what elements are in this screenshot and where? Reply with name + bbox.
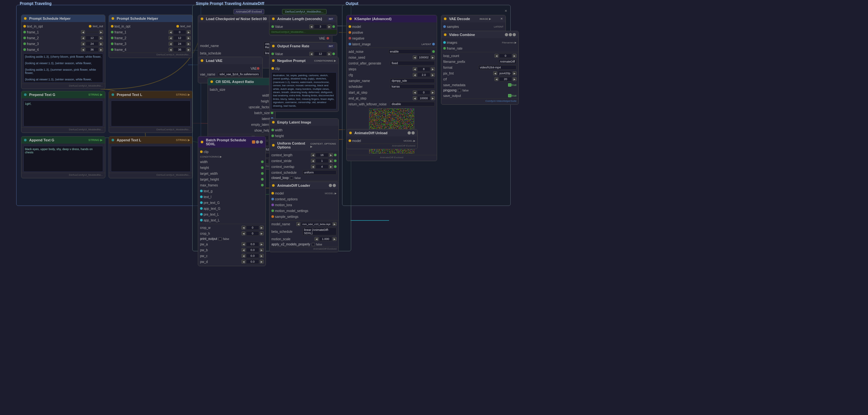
out-frame-close[interactable]: ✕	[504, 9, 507, 13]
psg-frame2-inc[interactable]: ▶	[99, 36, 103, 40]
batch-icon3[interactable]	[260, 140, 263, 143]
batch-pwd-dec[interactable]: ◀	[242, 260, 245, 264]
ofr-stepper[interactable]: ◀ 12 ▶	[309, 52, 331, 56]
vae-name-value[interactable]: sdxi_vae_fp16_fix.safetensors	[218, 72, 260, 76]
psl-frame1-inc[interactable]: ▶	[187, 30, 191, 34]
batch-icon1[interactable]	[252, 140, 255, 143]
vc-pf-dec[interactable]: ◀	[493, 71, 497, 75]
batch-cw-dec[interactable]: ◀	[242, 226, 245, 229]
al-inc[interactable]: ▶	[328, 25, 331, 29]
ks-control-value[interactable]: fixed	[390, 61, 435, 65]
psl-frame4-stepper[interactable]: ◀ 36 ▶	[168, 47, 191, 52]
append-g-text[interactable]: black eyes, upper body, shy, deep v dres…	[23, 146, 103, 172]
vc-save-meta-checkbox[interactable]	[508, 83, 512, 87]
adl-mn-inc[interactable]: ▶	[333, 222, 337, 226]
vc-lc-dec[interactable]: ◀	[494, 54, 498, 58]
adl-apply-v2-checkbox[interactable]	[312, 243, 315, 246]
psl-frame4-inc[interactable]: ▶	[187, 47, 191, 52]
ks-start-inc[interactable]: ▶	[431, 91, 435, 94]
uc-cl-inc[interactable]: ▶	[329, 153, 333, 157]
prepend-g-text[interactable]: 1girl,	[23, 100, 103, 126]
vd-close-btn[interactable]: ✕	[500, 17, 503, 21]
adu-icon1[interactable]	[408, 131, 411, 134]
uc-overlap-stepper[interactable]: ◀ 4 ▶	[311, 164, 333, 169]
psl-frame2-inc[interactable]: ▶	[187, 36, 191, 40]
batch-pwd-inc[interactable]: ▶	[260, 260, 264, 264]
psl-frame4-dec[interactable]: ◀	[168, 47, 173, 52]
batch-pw-a-stepper[interactable]: ◀ 0.0 ▶	[242, 242, 264, 247]
append-l-text[interactable]	[111, 146, 191, 172]
vc-lc-inc[interactable]: ▶	[513, 54, 517, 58]
adl-motion-scale-stepper[interactable]: ◀ 1.000 ▶	[314, 237, 337, 241]
psg-frame1-stepper[interactable]: ◀ ▶	[81, 30, 103, 34]
batch-pwb-dec[interactable]: ◀	[242, 248, 245, 252]
ks-cfg-dec[interactable]: ◀	[413, 73, 417, 77]
ks-start-dec[interactable]: ◀	[413, 91, 417, 94]
al-stepper[interactable]: ◀ 3 ▶	[309, 24, 331, 29]
ks-sampler-value[interactable]: dpmpp_sde	[390, 78, 435, 83]
batch-crop-h-stepper[interactable]: ◀ 0 ▶	[242, 231, 264, 236]
uc-stride-stepper[interactable]: ◀ 1 ▶	[311, 159, 333, 163]
psl-frame2-dec[interactable]: ◀	[168, 36, 173, 40]
ks-seed-dec[interactable]: ◀	[413, 56, 417, 59]
psl-frame1-dec[interactable]: ◀	[168, 30, 173, 34]
psl-frame3-inc[interactable]: ▶	[187, 42, 191, 46]
psl-frame1-stepper[interactable]: ◀ 0 ▶	[168, 30, 191, 34]
ks-steps-inc[interactable]: ▶	[431, 67, 435, 71]
ks-seed-stepper[interactable]: ◀ 100002 ▶	[413, 55, 435, 60]
uc-context-len-stepper[interactable]: ◀ 16 ▶	[311, 153, 333, 157]
vc-format-value[interactable]: video/h264-mp4	[478, 65, 517, 70]
adl-icon1[interactable]	[329, 184, 332, 187]
adl-beta-value[interactable]: linear (AnimateDiff-SDXL)	[303, 228, 337, 235]
vc-loop-count-stepper[interactable]: ◀ 0 ▶	[494, 54, 517, 58]
psl-frame3-dec[interactable]: ◀	[168, 42, 173, 46]
ks-return-value[interactable]: disable	[390, 102, 435, 106]
psg-frame4-stepper[interactable]: ◀ 36 ▶	[81, 47, 103, 52]
adl-ms-inc[interactable]: ▶	[333, 237, 337, 241]
ks-scheduler-value[interactable]: karras	[390, 84, 435, 89]
uc-schedule-value[interactable]: uniform	[303, 170, 337, 175]
batch-pwc-inc[interactable]: ▶	[260, 254, 264, 258]
ks-end-stepper[interactable]: ◀ 10000 ▶	[413, 96, 435, 100]
batch-pw-b-stepper[interactable]: ◀ 0.0 ▶	[242, 248, 264, 252]
batch-pw-c-stepper[interactable]: ◀ 0.0 ▶	[242, 254, 264, 258]
vc-pix-fmt-stepper[interactable]: ◀ yuv420p ▶	[493, 71, 517, 75]
batch-pwa-dec[interactable]: ◀	[242, 242, 245, 246]
psg-frame2-dec[interactable]: ◀	[81, 36, 85, 40]
prepend-l-text[interactable]	[111, 100, 191, 126]
psg-frame2-stepper[interactable]: ◀ 12 ▶	[81, 36, 103, 40]
psg-frame1-dec[interactable]: ◀	[81, 30, 85, 34]
ks-cfg-stepper[interactable]: ◀ 2.0 ▶	[413, 73, 435, 77]
vc-filename-value[interactable]: AnimateDiff	[498, 59, 517, 64]
uc-overlap-dec[interactable]: ◀	[311, 165, 315, 168]
batch-ch-inc[interactable]: ▶	[260, 231, 264, 235]
batch-icon2[interactable]	[256, 140, 259, 143]
psg-frame4-inc[interactable]: ▶	[99, 47, 103, 52]
psg-frame1-inc[interactable]: ▶	[99, 30, 103, 34]
ks-end-inc[interactable]: ▶	[431, 96, 435, 100]
vc-icon3[interactable]	[513, 33, 516, 36]
uc-cl-dec[interactable]: ◀	[311, 153, 315, 157]
ks-end-dec[interactable]: ◀	[413, 96, 417, 100]
ks-start-stepper[interactable]: ◀ 0 ▶	[413, 90, 435, 95]
psl-frame2-stepper[interactable]: ◀ 12 ▶	[168, 36, 191, 40]
uc-stride-dec[interactable]: ◀	[311, 159, 315, 163]
uc-stride-inc[interactable]: ▶	[329, 159, 333, 163]
ofr-inc[interactable]: ▶	[328, 52, 331, 56]
vc-crf-inc[interactable]: ▶	[513, 77, 517, 81]
ks-add-noise-value[interactable]: enable	[389, 49, 432, 54]
vc-pingpong-checkbox[interactable]	[458, 89, 461, 92]
vc-save-output-checkbox[interactable]	[508, 94, 512, 97]
adu-icon2[interactable]	[411, 131, 415, 134]
uc-overlap-inc[interactable]: ▶	[329, 165, 333, 168]
batch-crop-w-stepper[interactable]: ◀ 0 ▶	[242, 225, 264, 230]
vc-crf-stepper[interactable]: ◀ 20 ▶	[494, 77, 517, 82]
ks-seed-inc[interactable]: ▶	[431, 56, 435, 59]
psg-frame3-inc[interactable]: ▶	[99, 42, 103, 46]
ofr-dec[interactable]: ◀	[309, 52, 313, 56]
al-dec[interactable]: ◀	[309, 25, 313, 29]
adl-mn-dec[interactable]: ◀	[297, 222, 300, 226]
psl-frame3-stepper[interactable]: ◀ 24 ▶	[168, 41, 191, 46]
psg-frame4-dec[interactable]: ◀	[81, 47, 85, 52]
vc-pf-inc[interactable]: ▶	[513, 71, 517, 75]
